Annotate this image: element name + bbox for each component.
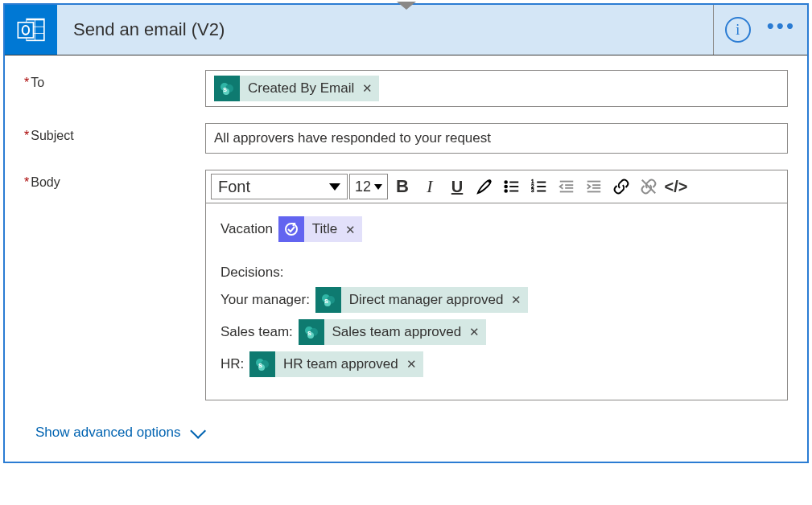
subject-field[interactable]: All approvers have responded to your req… bbox=[205, 123, 788, 154]
svg-text:s: s bbox=[324, 297, 328, 305]
card-header[interactable]: Send an email (V2) i ••• bbox=[5, 5, 807, 55]
svg-rect-6 bbox=[35, 34, 43, 40]
sharepoint-icon: s bbox=[249, 351, 275, 377]
token-direct-manager-approved[interactable]: s Direct manager approved ✕ bbox=[315, 287, 529, 313]
to-field[interactable]: s Created By Email ✕ bbox=[205, 70, 788, 107]
color-picker-button[interactable] bbox=[472, 174, 497, 199]
svg-rect-2 bbox=[35, 20, 43, 27]
subject-label: *Subject bbox=[24, 123, 205, 143]
body-editor: Font 12 B I U 123 bbox=[205, 170, 788, 400]
approvals-icon bbox=[278, 216, 304, 242]
outdent-button[interactable] bbox=[554, 174, 579, 199]
body-text: Your manager: bbox=[221, 290, 310, 310]
token-remove-icon[interactable]: ✕ bbox=[469, 323, 480, 340]
token-remove-icon[interactable]: ✕ bbox=[345, 221, 356, 238]
svg-rect-7 bbox=[18, 23, 33, 38]
card-title[interactable]: Send an email (V2) bbox=[57, 5, 714, 55]
card-top-notch bbox=[397, 2, 416, 10]
svg-text:3: 3 bbox=[531, 187, 534, 193]
editor-content[interactable]: Vacation Title ✕ Decisions: Your manager… bbox=[206, 203, 787, 400]
link-button[interactable] bbox=[608, 174, 634, 199]
body-text: HR: bbox=[221, 355, 244, 374]
token-remove-icon[interactable]: ✕ bbox=[511, 291, 521, 308]
italic-button[interactable]: I bbox=[417, 174, 443, 199]
svg-point-18 bbox=[505, 190, 507, 192]
svg-text:s: s bbox=[307, 329, 311, 337]
token-label: Title bbox=[312, 220, 338, 239]
underline-button[interactable]: U bbox=[444, 174, 470, 199]
sharepoint-icon: s bbox=[315, 287, 341, 313]
outlook-icon bbox=[5, 5, 57, 55]
svg-text:s: s bbox=[223, 85, 227, 93]
font-size-picker[interactable]: 12 bbox=[349, 174, 388, 199]
token-label: Created By Email bbox=[248, 80, 354, 96]
svg-point-14 bbox=[505, 181, 507, 183]
svg-rect-4 bbox=[35, 27, 43, 34]
card-body: *To s Created By Email ✕ *Subject All ap… bbox=[5, 55, 807, 462]
token-title[interactable]: Title ✕ bbox=[278, 216, 363, 242]
unlink-button[interactable] bbox=[636, 174, 662, 199]
more-menu-button[interactable]: ••• bbox=[767, 22, 796, 38]
token-sales-team-approved[interactable]: s Sales team approved ✕ bbox=[299, 319, 487, 345]
bullet-list-button[interactable] bbox=[499, 174, 525, 199]
token-hr-team-approved[interactable]: s HR team approved ✕ bbox=[249, 351, 423, 377]
font-picker[interactable]: Font bbox=[211, 174, 348, 199]
token-label: Direct manager approved bbox=[349, 290, 504, 310]
sharepoint-icon: s bbox=[299, 319, 324, 345]
bold-button[interactable]: B bbox=[390, 174, 415, 199]
body-text: Sales team: bbox=[221, 322, 293, 342]
sharepoint-icon: s bbox=[214, 76, 240, 101]
info-button[interactable]: i bbox=[725, 17, 751, 43]
editor-toolbar: Font 12 B I U 123 bbox=[206, 170, 787, 203]
body-text: Decisions: bbox=[221, 263, 283, 282]
token-label: Sales team approved bbox=[332, 322, 462, 342]
body-label: *Body bbox=[24, 170, 205, 190]
token-remove-icon[interactable]: ✕ bbox=[362, 81, 373, 96]
svg-point-35 bbox=[286, 224, 297, 235]
svg-point-13 bbox=[488, 180, 490, 182]
body-text: Vacation bbox=[221, 220, 273, 239]
token-created-by-email[interactable]: s Created By Email ✕ bbox=[214, 76, 379, 101]
numbered-list-button[interactable]: 123 bbox=[526, 174, 552, 199]
chevron-down-icon bbox=[190, 423, 206, 439]
action-card: Send an email (V2) i ••• *To s Created B… bbox=[3, 3, 809, 463]
indent-button[interactable] bbox=[581, 174, 607, 199]
svg-point-16 bbox=[505, 186, 507, 188]
code-view-button[interactable]: </> bbox=[663, 174, 689, 199]
show-advanced-options[interactable]: Show advanced options bbox=[24, 417, 788, 455]
to-label: *To bbox=[24, 70, 205, 90]
token-label: HR team approved bbox=[283, 355, 398, 374]
svg-text:s: s bbox=[258, 361, 262, 369]
subject-value: All approvers have responded to your req… bbox=[214, 130, 491, 146]
token-remove-icon[interactable]: ✕ bbox=[406, 355, 417, 372]
